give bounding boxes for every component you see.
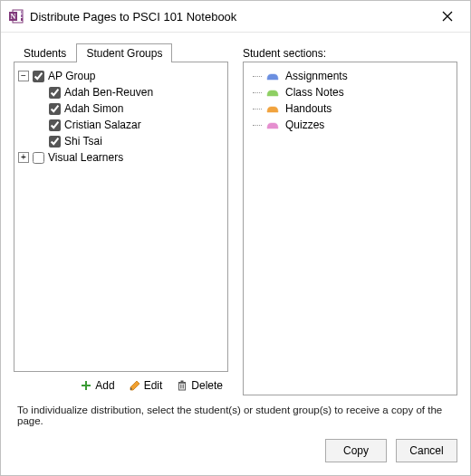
section-tab-icon [265,88,280,97]
student-label: Cristian Salazar [64,119,141,131]
titlebar: N Distribute Pages to PSCI 101 Notebook [1,1,470,33]
student-label: Adah Ben-Reuven [64,86,153,99]
section-label: Class Notes [285,86,344,99]
svg-rect-3 [21,18,23,21]
delete-button[interactable]: Delete [173,377,226,394]
student-checkbox[interactable] [49,103,61,115]
student-checkbox[interactable] [49,87,61,99]
edit-label: Edit [144,379,163,392]
tree-student[interactable]: Shi Tsai [18,133,224,149]
add-label: Add [95,379,114,392]
section-tab-icon [265,71,280,81]
tree-group[interactable]: +Visual Learners [18,149,224,166]
section-tab-icon [265,104,280,113]
close-button[interactable] [432,6,463,26]
student-label: Adah Simon [64,102,123,115]
tab-student-groups[interactable]: Student Groups [76,43,172,62]
section-item[interactable]: Quizzes [247,117,453,133]
copy-button[interactable]: Copy [325,439,387,462]
section-label: Handouts [285,102,332,115]
dialog-window: N Distribute Pages to PSCI 101 Notebook … [0,0,471,476]
right-column: Student sections: AssignmentsClass Notes… [243,42,457,395]
section-label: Quizzes [285,119,324,131]
close-icon [442,11,453,22]
student-label: Shi Tsai [64,135,102,148]
collapse-icon[interactable]: − [18,71,29,81]
group-label: Visual Learners [48,151,123,164]
trash-icon [177,380,187,391]
columns: Students Student Groups −AP GroupAdah Be… [14,42,457,395]
onenote-icon: N [8,8,24,24]
section-item[interactable]: Assignments [247,68,453,84]
hint-text: To individualize distribution, select th… [14,395,457,435]
sections-list[interactable]: AssignmentsClass NotesHandoutsQuizzes [243,62,457,395]
groups-toolbar: Add Edit [14,372,228,395]
dialog-buttons: Copy Cancel [1,439,470,475]
student-checkbox[interactable] [49,119,61,131]
section-tab-icon [265,120,280,129]
svg-rect-13 [178,382,186,384]
group-label: AP Group [48,70,95,82]
pencil-icon [130,380,140,391]
group-checkbox[interactable] [33,152,44,164]
section-item[interactable]: Handouts [247,100,453,117]
edit-button[interactable]: Edit [126,377,167,394]
tree-student[interactable]: Adah Ben-Reuven [18,84,224,100]
dialog-title: Distribute Pages to PSCI 101 Notebook [30,10,432,24]
svg-rect-9 [82,385,91,386]
svg-rect-2 [21,14,23,17]
svg-rect-1 [21,11,23,14]
dialog-body: Students Student Groups −AP GroupAdah Be… [1,33,470,439]
svg-text:N: N [11,13,16,21]
delete-label: Delete [191,379,223,392]
section-item[interactable]: Class Notes [247,84,453,100]
group-checkbox[interactable] [33,71,44,82]
svg-rect-14 [181,381,184,383]
tree-group[interactable]: −AP Group [18,68,224,84]
expand-icon[interactable]: + [18,152,29,163]
groups-tree[interactable]: −AP GroupAdah Ben-ReuvenAdah SimonCristi… [14,62,228,372]
cancel-button[interactable]: Cancel [396,439,457,462]
tree-student[interactable]: Cristian Salazar [18,117,224,133]
sections-label: Student sections: [243,42,457,62]
tree-student[interactable]: Adah Simon [18,100,224,117]
add-button[interactable]: Add [77,377,118,394]
plus-icon [81,380,91,391]
left-column: Students Student Groups −AP GroupAdah Be… [14,42,228,395]
section-label: Assignments [285,70,348,82]
student-checkbox[interactable] [49,136,61,148]
tab-students[interactable]: Students [14,43,76,62]
tabs: Students Student Groups [14,42,228,62]
